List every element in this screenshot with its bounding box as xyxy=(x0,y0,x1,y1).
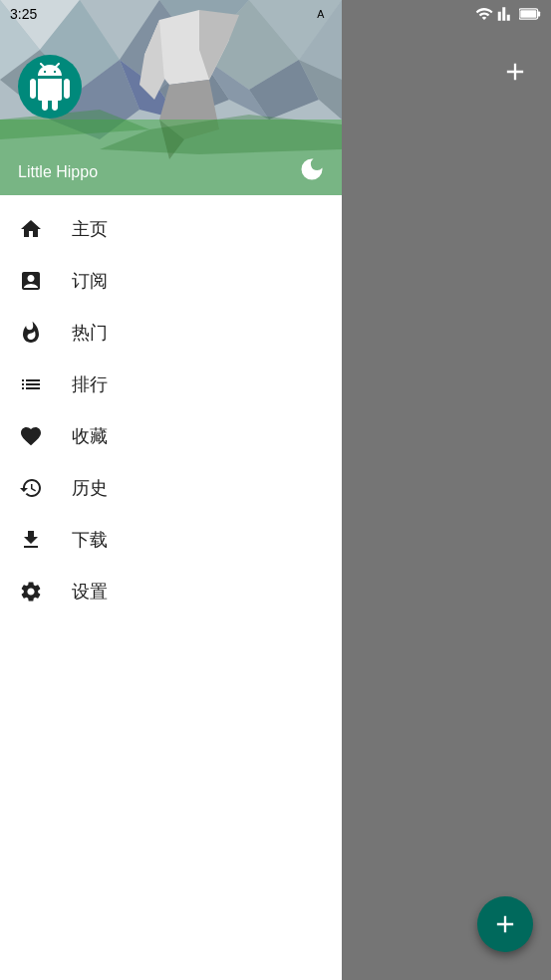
sidebar-item-settings[interactable]: 设置 xyxy=(0,566,342,617)
subscribe-icon xyxy=(18,269,44,293)
moon-icon xyxy=(298,155,326,183)
heart-icon xyxy=(18,424,44,448)
battery-icon xyxy=(519,7,541,21)
sidebar-item-history[interactable]: 历史 xyxy=(0,462,342,514)
svg-rect-3 xyxy=(538,11,541,16)
font-icon: A xyxy=(316,6,332,22)
add-button-top[interactable] xyxy=(493,50,537,94)
status-bar-left: 3:25 A xyxy=(0,0,342,28)
sidebar-item-favorite[interactable]: 收藏 xyxy=(0,410,342,462)
status-icons-left: A xyxy=(316,6,332,22)
favorite-label: 收藏 xyxy=(72,424,108,448)
sidebar-item-rank[interactable]: 排行 xyxy=(0,359,342,410)
right-panel xyxy=(342,0,551,980)
drawer-menu: 主页 订阅 热门 排行 收藏 xyxy=(0,195,342,980)
svg-rect-2 xyxy=(520,10,536,18)
signal-icon xyxy=(497,5,515,23)
sidebar-item-home[interactable]: 主页 xyxy=(0,203,342,255)
home-icon xyxy=(18,217,44,241)
status-time: 3:25 xyxy=(10,6,37,22)
hot-label: 热门 xyxy=(72,321,108,345)
add-icon-fab xyxy=(491,910,519,938)
history-label: 历史 xyxy=(72,476,108,500)
add-icon-top xyxy=(501,58,529,86)
subscribe-label: 订阅 xyxy=(72,269,108,293)
home-label: 主页 xyxy=(72,217,108,241)
status-bar-right xyxy=(342,0,551,28)
dark-mode-button[interactable] xyxy=(296,153,328,185)
drawer: Little Hippo 主页 订阅 热门 xyxy=(0,0,342,980)
sidebar-item-subscribe[interactable]: 订阅 xyxy=(0,255,342,307)
fab-button[interactable] xyxy=(477,896,533,952)
rank-label: 排行 xyxy=(72,372,108,396)
download-icon xyxy=(18,528,44,552)
settings-label: 设置 xyxy=(72,580,108,604)
drawer-username: Little Hippo xyxy=(18,163,98,181)
fire-icon xyxy=(18,321,44,345)
drawer-header: Little Hippo xyxy=(0,0,342,195)
status-icons-right xyxy=(475,5,541,23)
sidebar-item-hot[interactable]: 热门 xyxy=(0,307,342,359)
wifi-icon xyxy=(475,5,493,23)
avatar[interactable] xyxy=(18,55,82,119)
rank-icon xyxy=(18,372,44,396)
history-icon xyxy=(18,476,44,500)
sidebar-item-download[interactable]: 下载 xyxy=(0,514,342,566)
settings-icon xyxy=(18,580,44,604)
android-icon xyxy=(26,63,74,111)
download-label: 下载 xyxy=(72,528,108,552)
svg-text:A: A xyxy=(317,8,325,20)
